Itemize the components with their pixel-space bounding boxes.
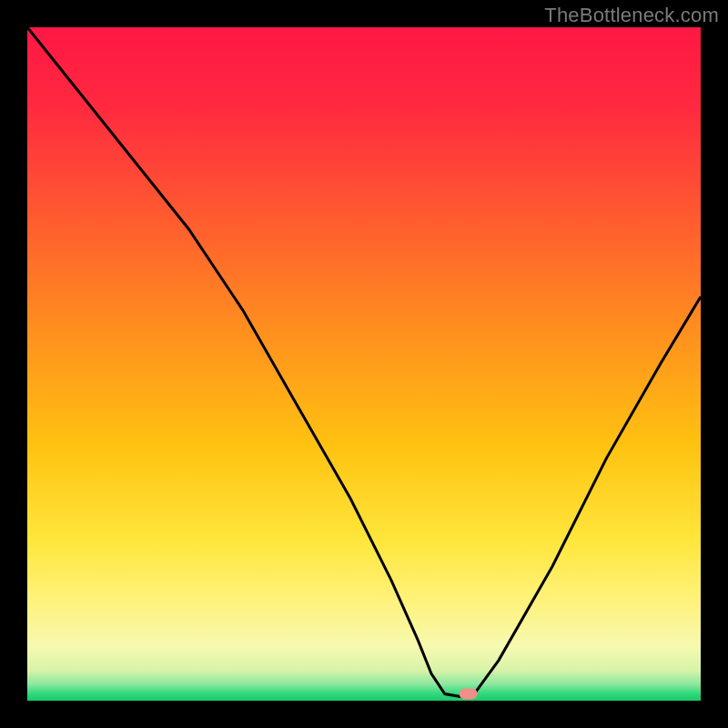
bottleneck-chart xyxy=(0,0,728,728)
chart-container: TheBottleneck.com xyxy=(0,0,728,728)
plot-area xyxy=(27,27,701,701)
optimal-marker xyxy=(460,689,478,700)
attribution-label: TheBottleneck.com xyxy=(544,4,719,27)
